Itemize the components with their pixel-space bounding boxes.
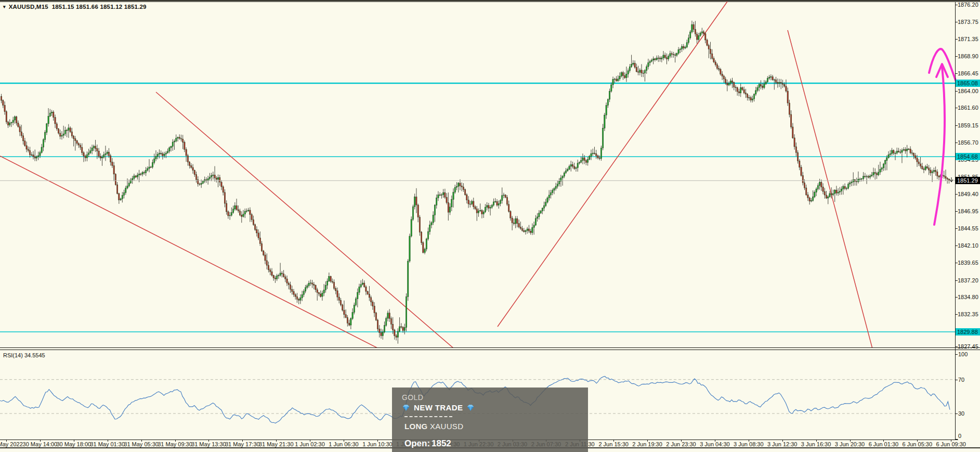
price-tick-label: 1856.70: [958, 139, 978, 146]
price-tick-label: 1832.35: [958, 311, 978, 317]
rsi-indicator-pane[interactable]: [0, 0, 980, 452]
price-tick-label: 1873.75: [958, 19, 978, 25]
time-tick-label: 3 Jun 12:30: [767, 441, 798, 447]
time-tick-label: 6 Jun 01:30: [869, 441, 899, 447]
price-tick-label: 1842.10: [958, 242, 978, 249]
time-tick-label: 6 Jun 09:30: [936, 441, 966, 447]
level-price-label: 1829.88: [956, 328, 980, 335]
price-tick-label: 1871.35: [958, 36, 978, 42]
diamond-icon: [402, 404, 410, 411]
rsi-tick: [955, 439, 958, 440]
time-tick-label: 30 May 2022: [0, 441, 23, 447]
price-tick-label: 1844.55: [958, 225, 978, 231]
popup-new-trade-row: NEW TRADE: [402, 403, 475, 412]
price-tick-label: 1837.20: [958, 277, 978, 283]
diamond-icon: [466, 404, 475, 411]
rsi-tick: [955, 414, 958, 414]
time-tick-label: 30 May 14:00: [23, 441, 58, 447]
rsi-level-label: 100: [958, 351, 968, 357]
rsi-tick: [955, 354, 958, 355]
price-tick-label: 1876.20: [958, 2, 978, 8]
time-tick-label: 31 May 09:30: [158, 441, 192, 447]
trade-notification-popup: GOLD NEW TRADE LONG XAUUSD Open: 1852: [392, 388, 588, 452]
price-tick-label: 1849.40: [958, 191, 978, 197]
price-tick-label: 1864.00: [958, 88, 978, 94]
time-tick-label: 30 May 18:00: [56, 441, 91, 447]
popup-divider: [404, 416, 452, 417]
rsi-indicator-label: RSI(14) 34.5545: [3, 352, 45, 358]
price-tick-label: 1834.80: [958, 294, 978, 300]
price-tick-label: 1866.45: [958, 70, 978, 76]
time-tick-label: 1 Jun 06:30: [329, 441, 359, 447]
chart-ohlc-values: 1851.15 1851.66 1851.12 1851.29: [52, 4, 147, 10]
time-tick-label: 31 May 21:30: [259, 441, 294, 447]
price-tick-label: 1839.65: [958, 260, 978, 266]
rsi-level-label: 70: [958, 377, 964, 383]
price-tick-label: 1868.90: [958, 53, 978, 59]
popup-new-trade-label: NEW TRADE: [414, 403, 463, 412]
symbol-dropdown-icon[interactable]: ▾: [3, 4, 6, 9]
time-tick-label: 3 Jun 08:30: [734, 441, 764, 447]
price-tick-label: 1846.95: [958, 208, 978, 214]
popup-asset-name: GOLD: [402, 393, 423, 402]
level-price-label: 1854.68: [956, 153, 980, 160]
time-tick-label: 3 Jun 16:30: [801, 441, 831, 447]
time-tick-label: 3 Jun 04:30: [700, 441, 730, 447]
popup-open-value: 1852: [432, 438, 451, 449]
time-tick-label: 3 Jun 20:30: [835, 441, 865, 447]
time-tick-label: 31 May 01:30: [90, 441, 125, 447]
popup-open-label: Open:: [404, 438, 430, 448]
time-tick-label: 31 May 05:30: [124, 441, 159, 447]
time-tick-label: 31 May 13:30: [191, 441, 226, 447]
time-tick-label: 1 Jun 02:30: [295, 441, 325, 447]
rsi-level-label: 30: [958, 410, 964, 417]
time-tick-label: 2 Jun 23:30: [666, 441, 696, 447]
price-tick-label: 1861.60: [958, 105, 978, 111]
popup-open-row: Open: 1852: [404, 438, 430, 449]
popup-direction-label: LONG XAUUSD: [404, 422, 463, 431]
time-tick-label: 6 Jun 05:30: [903, 441, 933, 447]
time-tick-label: 2 Jun 19:30: [632, 441, 662, 447]
rsi-level-label: 0: [958, 433, 961, 439]
current-price-label: 1851.29: [956, 177, 980, 184]
time-tick-label: 31 May 17:30: [225, 441, 260, 447]
time-tick-label: 2 Jun 15:30: [598, 441, 629, 447]
mt-terminal-chart-window: ▾XAUUSD,M15 1851.15 1851.66 1851.12 1851…: [0, 0, 980, 452]
chart-ohlc-info: ▾XAUUSD,M15 1851.15 1851.66 1851.12 1851…: [3, 4, 147, 10]
rsi-tick: [955, 380, 958, 380]
price-tick-label: 1827.45: [958, 343, 978, 350]
time-tick-label: 1 Jun 10:30: [362, 441, 393, 447]
level-price-label: 1865.08: [956, 80, 980, 87]
price-tick-label: 1859.15: [958, 122, 978, 128]
chart-symbol-label: XAUUSD,M15: [9, 4, 48, 10]
